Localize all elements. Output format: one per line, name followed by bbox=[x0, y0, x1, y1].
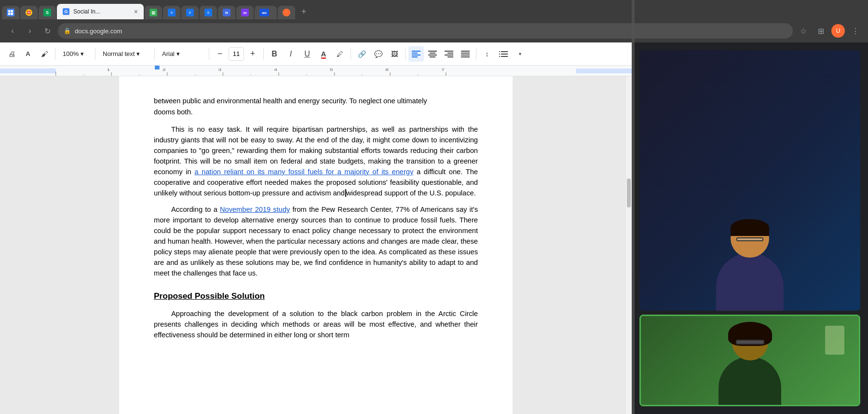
font-dropdown[interactable]: Arial ▾ bbox=[158, 46, 206, 62]
align-left-button[interactable] bbox=[408, 46, 424, 62]
highlight-button[interactable]: 🖊 bbox=[332, 46, 348, 62]
extensions-button[interactable]: ⊞ bbox=[814, 24, 827, 38]
tab-inactive-10[interactable]: wo bbox=[255, 6, 277, 19]
link-fossil-fuels[interactable]: a nation reliant on its many fossil fuel… bbox=[194, 168, 413, 176]
favicon-10: wo bbox=[259, 9, 269, 16]
font-size-area: − + bbox=[212, 46, 260, 62]
style-dropdown[interactable]: Normal text ▾ bbox=[98, 46, 151, 62]
profile-button[interactable]: U bbox=[831, 24, 845, 38]
tab-inactive-9[interactable]: m bbox=[236, 6, 254, 19]
resize-handle[interactable] bbox=[632, 42, 635, 414]
doc-scroll[interactable]: between public and environmental health … bbox=[0, 76, 632, 414]
svg-rect-11 bbox=[428, 51, 437, 52]
tab-close-btn[interactable]: × bbox=[134, 8, 138, 15]
favicon-2 bbox=[25, 9, 33, 16]
style-arrow: ▾ bbox=[136, 50, 140, 57]
tab-inactive-2[interactable] bbox=[20, 6, 38, 19]
bookmark-button[interactable]: ☆ bbox=[797, 24, 810, 38]
align-justify-icon bbox=[461, 51, 470, 57]
active-tab-label: Social In... bbox=[73, 8, 130, 15]
person-top bbox=[716, 219, 784, 311]
font-size-increase[interactable]: + bbox=[245, 46, 260, 62]
tab-inactive-1[interactable] bbox=[2, 6, 19, 19]
doc-content: between public and environmental health … bbox=[154, 96, 478, 340]
hair-top bbox=[731, 219, 769, 236]
align-right-button[interactable] bbox=[441, 46, 457, 62]
para2-text-before-link: According to a bbox=[171, 206, 220, 213]
spellcheck-button[interactable]: A bbox=[20, 46, 36, 62]
link-button[interactable]: 🔗 bbox=[354, 46, 369, 62]
link-nov-study[interactable]: November 2019 study bbox=[220, 206, 290, 213]
tab-inactive-4[interactable]: ▦ bbox=[145, 6, 162, 19]
scrollbar[interactable] bbox=[626, 76, 632, 414]
svg-rect-23 bbox=[501, 51, 508, 52]
svg-rect-28 bbox=[499, 56, 500, 57]
glasses-bottom bbox=[736, 340, 764, 345]
svg-rect-26 bbox=[499, 51, 500, 52]
tab-inactive-5[interactable]: ≡ bbox=[163, 6, 180, 19]
lock-icon: 🔒 bbox=[64, 28, 71, 34]
list-dropdown-button[interactable]: ▾ bbox=[512, 46, 528, 62]
divider-6 bbox=[351, 48, 351, 60]
paragraph-1: This is no easy task. It will require bi… bbox=[154, 124, 478, 198]
svg-rect-30 bbox=[0, 69, 56, 73]
bold-button[interactable]: B bbox=[267, 46, 282, 62]
favicon-3: S bbox=[43, 9, 51, 16]
align-justify-button[interactable] bbox=[458, 46, 473, 62]
svg-rect-24 bbox=[501, 54, 508, 55]
paintformat-button[interactable]: 🖌 bbox=[37, 46, 52, 62]
svg-rect-29 bbox=[0, 66, 632, 76]
line-spacing-button[interactable]: ↕ bbox=[479, 46, 495, 62]
refresh-button[interactable]: ↻ bbox=[41, 24, 54, 38]
font-size-decrease[interactable]: − bbox=[212, 46, 228, 62]
tab-active[interactable]: G Social In... × bbox=[57, 4, 144, 19]
tab-inactive-7[interactable]: ≡ bbox=[200, 6, 217, 19]
add-tab-button[interactable]: + bbox=[296, 4, 312, 19]
favicon-5: ≡ bbox=[168, 9, 176, 16]
text-color-button[interactable]: A bbox=[316, 46, 331, 62]
image-button[interactable]: 🖼 bbox=[387, 46, 402, 62]
svg-rect-17 bbox=[445, 55, 453, 55]
address-bar[interactable]: 🔒 docs.google.com bbox=[58, 23, 793, 39]
head-bottom bbox=[732, 324, 768, 360]
document-area: 🖨 A 🖌 100% ▾ Normal text ▾ Arial ▾ − bbox=[0, 42, 632, 414]
svg-rect-31 bbox=[576, 69, 632, 73]
italic-button[interactable]: I bbox=[283, 46, 298, 62]
favicon-6: ≡ bbox=[186, 9, 194, 16]
svg-text:4: 4 bbox=[274, 68, 277, 72]
video-feed-top bbox=[639, 50, 860, 311]
comment-button[interactable]: 💬 bbox=[370, 46, 386, 62]
zoom-arrow: ▾ bbox=[81, 50, 84, 57]
style-label: Normal text bbox=[103, 50, 135, 57]
favicon-7: ≡ bbox=[204, 9, 212, 16]
back-button[interactable]: ‹ bbox=[6, 24, 19, 38]
svg-text:3: 3 bbox=[218, 68, 221, 72]
align-center-button[interactable] bbox=[425, 46, 440, 62]
print-button[interactable]: 🖨 bbox=[4, 46, 19, 62]
divider-2 bbox=[95, 48, 95, 60]
forward-button[interactable]: › bbox=[23, 24, 37, 38]
font-size-input[interactable] bbox=[229, 47, 244, 61]
menu-button[interactable]: ⋮ bbox=[849, 24, 862, 38]
tab-inactive-6[interactable]: ≡ bbox=[181, 6, 199, 19]
list-button[interactable] bbox=[496, 46, 511, 62]
underline-button[interactable]: U bbox=[299, 46, 315, 62]
tab-inactive-3[interactable]: S bbox=[39, 6, 56, 19]
svg-rect-3 bbox=[11, 13, 13, 15]
tab-inactive-8[interactable]: N bbox=[218, 6, 235, 19]
svg-rect-18 bbox=[448, 56, 453, 57]
scrollbar-thumb[interactable] bbox=[627, 179, 631, 207]
svg-rect-54 bbox=[155, 66, 160, 69]
video-container bbox=[632, 42, 868, 414]
zoom-dropdown[interactable]: 100% ▾ bbox=[58, 46, 92, 62]
favicon-4: ▦ bbox=[149, 9, 157, 16]
face-details-top bbox=[736, 237, 763, 241]
tab-inactive-11[interactable] bbox=[278, 6, 295, 19]
text-color-bar bbox=[321, 57, 326, 59]
paragraph-2: According to a November 2019 study from … bbox=[154, 204, 478, 278]
url-text: docs.google.com bbox=[75, 28, 122, 35]
svg-rect-19 bbox=[461, 51, 470, 52]
list-icon bbox=[499, 51, 508, 57]
para3-text: Approaching the development of a solutio… bbox=[154, 310, 478, 339]
video-feed-bottom bbox=[639, 315, 860, 406]
